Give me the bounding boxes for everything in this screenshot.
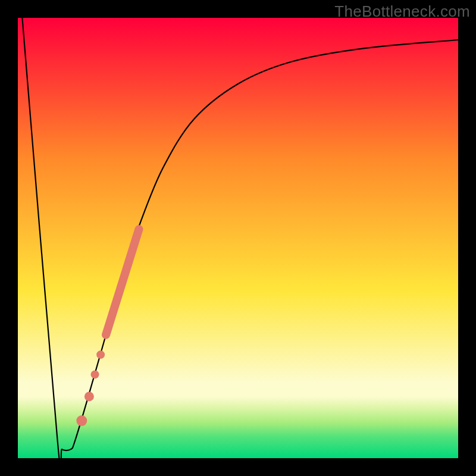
svg-rect-4 <box>0 0 18 476</box>
bottleneck-chart <box>0 0 476 476</box>
marker-dot <box>76 415 87 426</box>
chart-container: TheBottleneck.com <box>0 0 476 476</box>
svg-rect-5 <box>458 0 476 476</box>
svg-rect-3 <box>0 458 476 476</box>
marker-dot <box>91 370 99 378</box>
watermark-text: TheBottleneck.com <box>334 2 470 21</box>
marker-dot <box>84 392 94 401</box>
marker-dot <box>96 350 105 359</box>
